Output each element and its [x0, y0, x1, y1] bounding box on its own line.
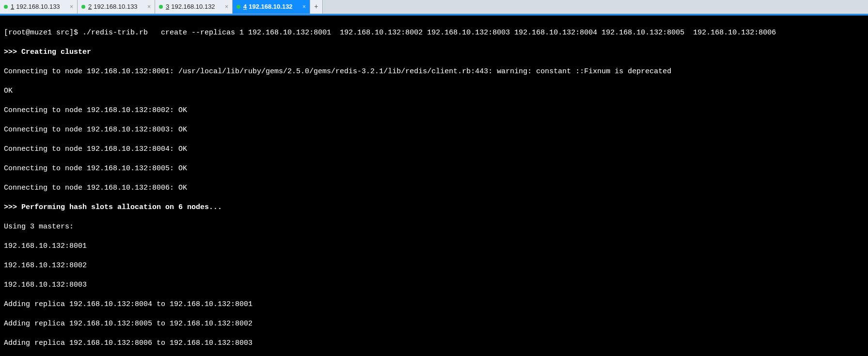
command-text: ./redis-trib.rb: [82, 29, 148, 37]
close-icon[interactable]: ×: [147, 2, 151, 12]
close-icon[interactable]: ×: [225, 2, 228, 12]
tab-number: 3: [166, 2, 169, 12]
tab-number: 1: [11, 2, 14, 12]
output-line: Adding replica 192.168.10.132:8005 to 19…: [4, 319, 864, 329]
status-dot-icon: [81, 5, 85, 9]
output-line: 192.168.10.132:8002: [4, 261, 864, 271]
output-line: Connecting to node 192.168.10.132:8003: …: [4, 125, 864, 135]
tab-title: 192.168.10.133: [16, 2, 66, 12]
status-dot-icon: [237, 5, 240, 9]
tab-4[interactable]: 4 192.168.10.132 ×: [233, 0, 310, 14]
tab-number: 4: [243, 2, 247, 12]
output-line: OK: [4, 86, 864, 96]
output-line: Connecting to node 192.168.10.132:8005: …: [4, 164, 864, 174]
tab-bar: 1 192.168.10.133 × 2 192.168.10.133 × 3 …: [0, 0, 868, 14]
output-line: Connecting to node 192.168.10.132:8001: …: [4, 67, 864, 77]
tab-title: 192.168.10.132: [171, 2, 221, 12]
tab-number: 2: [88, 2, 92, 12]
command-line: [root@muze1 src]$ ./redis-trib.rb create…: [4, 28, 864, 38]
output-line: Adding replica 192.168.10.132:8006 to 19…: [4, 339, 864, 348]
output-line: 192.168.10.132:8001: [4, 242, 864, 251]
output-line: Connecting to node 192.168.10.132:8006: …: [4, 183, 864, 193]
output-line: >>> Performing hash slots allocation on …: [4, 203, 864, 212]
command-args: create --replicas 1 192.168.10.132:8001 …: [161, 29, 776, 37]
close-icon[interactable]: ×: [70, 2, 73, 12]
plus-icon: +: [314, 2, 318, 12]
shell-prompt: [root@muze1 src]$: [4, 29, 82, 37]
tab-title: 192.168.10.133: [94, 2, 143, 12]
status-dot-icon: [159, 5, 163, 9]
status-dot-icon: [4, 5, 8, 9]
output-line: Connecting to node 192.168.10.132:8002: …: [4, 106, 864, 115]
tab-3[interactable]: 3 192.168.10.132 ×: [155, 0, 233, 14]
output-line: 192.168.10.132:8003: [4, 280, 864, 290]
close-icon[interactable]: ×: [302, 2, 306, 12]
output-line: Using 3 masters:: [4, 222, 864, 232]
tab-title: 192.168.10.132: [249, 2, 299, 12]
new-tab-button[interactable]: +: [310, 0, 323, 14]
output-line: >>> Creating cluster: [4, 48, 864, 57]
output-line: Connecting to node 192.168.10.132:8004: …: [4, 145, 864, 154]
tab-1[interactable]: 1 192.168.10.133 ×: [0, 0, 78, 14]
tab-2[interactable]: 2 192.168.10.133 ×: [78, 0, 155, 14]
output-line: Adding replica 192.168.10.132:8004 to 19…: [4, 300, 864, 309]
terminal-output[interactable]: [root@muze1 src]$ ./redis-trib.rb create…: [0, 16, 868, 356]
